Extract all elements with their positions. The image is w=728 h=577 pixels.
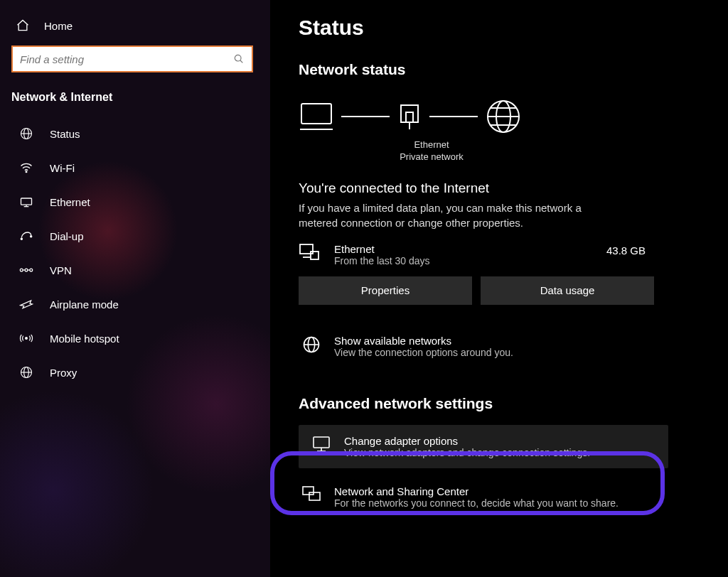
connection-name: Ethernet — [334, 243, 592, 255]
available-title: Show available networks — [334, 335, 513, 347]
usage-period: From the last 30 days — [334, 255, 592, 266]
sidebar-item-dialup[interactable]: Dial-up — [11, 219, 259, 253]
sidebar-item-vpn[interactable]: VPN — [11, 253, 259, 287]
sharing-desc: For the networks you connect to, decide … — [334, 497, 619, 509]
sidebar-item-proxy[interactable]: Proxy — [11, 355, 259, 389]
sidebar-item-label: Proxy — [50, 367, 77, 379]
svg-rect-39 — [303, 487, 314, 495]
svg-point-10 — [31, 236, 32, 237]
usage-amount: 43.8 GB — [606, 243, 654, 257]
sharing-center-icon — [301, 485, 321, 504]
diagram-device-label: Ethernet — [392, 139, 471, 151]
wifi-icon — [18, 161, 34, 175]
search-input-container[interactable] — [11, 45, 253, 72]
sidebar-item-wifi[interactable]: Wi-Fi — [11, 151, 259, 185]
svg-point-12 — [25, 269, 28, 271]
sidebar-item-label: Wi-Fi — [50, 162, 75, 174]
sidebar-item-status[interactable]: Status — [11, 117, 259, 151]
router-icon — [397, 101, 422, 132]
pc-icon — [299, 101, 334, 132]
show-available-networks-link[interactable]: Show available networks View the connect… — [299, 328, 668, 365]
data-usage-button[interactable]: Data usage — [481, 276, 654, 305]
svg-point-13 — [30, 269, 33, 271]
globe-icon — [301, 335, 321, 355]
usage-row: Ethernet From the last 30 days 43.8 GB — [299, 243, 654, 266]
proxy-icon — [18, 365, 34, 379]
available-desc: View the connection options around you. — [334, 347, 513, 358]
ethernet-icon — [18, 195, 34, 209]
sidebar-item-hotspot[interactable]: Mobile hotspot — [11, 321, 259, 355]
airplane-icon — [18, 297, 34, 311]
sidebar-item-ethernet[interactable]: Ethernet — [11, 185, 259, 219]
dialup-icon — [18, 229, 34, 243]
diagram-line — [429, 116, 478, 117]
svg-line-1 — [240, 60, 242, 63]
properties-button[interactable]: Properties — [299, 276, 472, 305]
search-input[interactable] — [20, 53, 233, 65]
svg-point-0 — [235, 55, 241, 61]
svg-rect-36 — [314, 437, 329, 448]
diagram-labels: Ethernet Private network — [392, 139, 471, 163]
search-icon — [233, 53, 245, 65]
home-icon — [16, 18, 30, 33]
home-button[interactable]: Home — [11, 13, 259, 45]
sidebar-item-label: Dial-up — [50, 230, 84, 242]
sidebar-item-label: Airplane mode — [50, 298, 119, 311]
svg-rect-6 — [21, 198, 32, 205]
change-adapter-options-link[interactable]: Change adapter options View network adap… — [299, 425, 668, 468]
main-content: Status Network status Ethernet Private n… — [270, 0, 728, 577]
sharing-title: Network and Sharing Center — [334, 485, 619, 497]
svg-rect-20 — [301, 104, 331, 124]
connected-desc: If you have a limited data plan, you can… — [299, 200, 604, 230]
diagram-line — [341, 116, 390, 117]
settings-sidebar: Home Network & Internet Status Wi-Fi Eth… — [0, 0, 270, 577]
svg-rect-22 — [401, 105, 418, 122]
sidebar-item-label: Ethernet — [50, 196, 90, 208]
home-label: Home — [44, 20, 73, 32]
svg-rect-32 — [311, 252, 318, 259]
sidebar-item-label: Status — [50, 128, 80, 140]
adapter-desc: View network adapters and change connect… — [344, 447, 590, 458]
vpn-icon — [18, 263, 34, 277]
svg-point-9 — [21, 238, 22, 239]
svg-point-5 — [26, 171, 27, 173]
svg-rect-40 — [309, 492, 320, 500]
section-title: Network status — [299, 61, 708, 78]
category-title: Network & Internet — [11, 91, 259, 117]
page-title: Status — [299, 16, 708, 40]
internet-globe-icon — [485, 98, 522, 135]
sidebar-item-label: Mobile hotspot — [50, 333, 119, 345]
svg-point-11 — [20, 269, 23, 271]
adapter-options-icon — [311, 435, 331, 453]
svg-rect-23 — [406, 112, 413, 122]
network-diagram — [299, 98, 708, 135]
diagram-network-type: Private network — [392, 151, 471, 163]
svg-point-16 — [26, 338, 28, 340]
adapter-title: Change adapter options — [344, 435, 590, 447]
advanced-heading: Advanced network settings — [299, 395, 708, 412]
network-sharing-center-link[interactable]: Network and Sharing Center For the netwo… — [299, 478, 668, 516]
hotspot-icon — [18, 331, 34, 345]
globe-icon — [18, 126, 34, 141]
connected-title: You're connected to the Internet — [299, 180, 708, 196]
adapter-icon — [299, 243, 320, 263]
sidebar-item-label: VPN — [50, 264, 72, 276]
sidebar-item-airplane[interactable]: Airplane mode — [11, 287, 259, 321]
